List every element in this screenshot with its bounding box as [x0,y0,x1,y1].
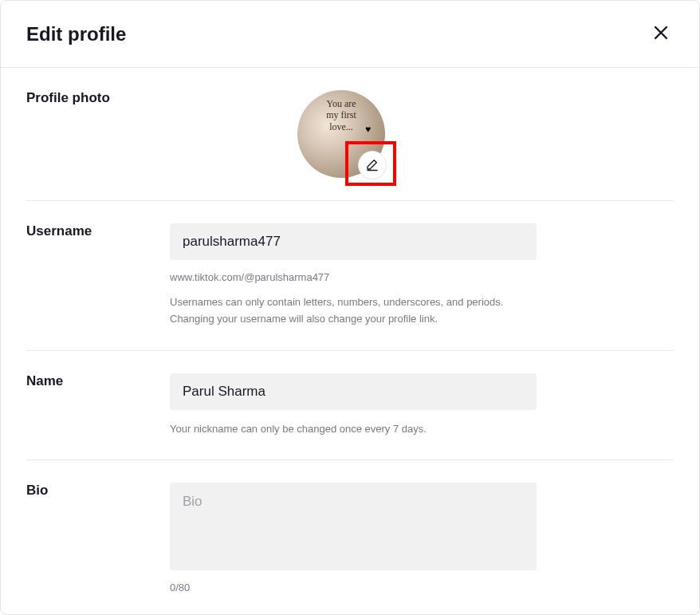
bio-input[interactable] [170,483,537,570]
modal-title: Edit profile [26,23,126,45]
edit-icon [365,157,379,174]
close-button[interactable] [648,20,674,48]
bio-section: Bio 0/80 [26,460,674,614]
profile-photo-label: Profile photo [26,90,170,178]
username-url: www.tiktok.com/@parulsharma477 [170,271,537,283]
username-section: Username www.tiktok.com/@parulsharma477 … [26,201,674,351]
bio-char-count: 0/80 [170,581,537,593]
name-helper: Your nickname can only be changed once e… [170,421,537,438]
avatar-container: You are my first love... ♥ [297,90,385,178]
avatar-caption: You are my first love... [326,90,356,132]
username-label: Username [26,223,170,328]
name-input[interactable] [170,373,537,410]
modal-body: Profile photo You are my first love... ♥ [1,68,699,614]
modal-header: Edit profile [1,1,699,68]
bio-label: Bio [26,483,170,593]
close-icon [651,23,671,45]
profile-photo-section: Profile photo You are my first love... ♥ [26,68,674,201]
edit-photo-button[interactable] [358,151,387,179]
name-section: Name Your nickname can only be changed o… [26,351,674,461]
username-input[interactable] [170,223,537,260]
username-helper: Usernames can only contain letters, numb… [170,294,537,328]
name-label: Name [26,373,170,438]
edit-profile-modal: Edit profile Profile photo You are my fi… [0,0,700,615]
heart-icon: ♥ [365,124,371,135]
